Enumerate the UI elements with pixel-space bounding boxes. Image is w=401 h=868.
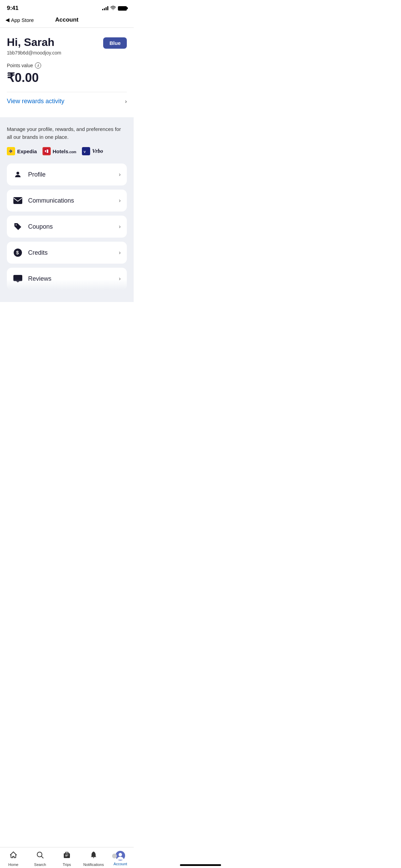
coupons-menu-item[interactable]: Coupons › bbox=[7, 216, 127, 238]
tier-badge: Blue bbox=[103, 37, 127, 49]
rewards-activity-link[interactable]: View rewards activity › bbox=[7, 92, 127, 110]
svg-text:$: $ bbox=[16, 250, 19, 255]
chevron-right-icon: › bbox=[119, 197, 121, 204]
battery-icon bbox=[118, 6, 127, 11]
svg-text:V: V bbox=[84, 150, 86, 154]
svg-point-0 bbox=[113, 9, 113, 10]
chevron-right-icon: › bbox=[119, 250, 121, 256]
communications-label: Communications bbox=[28, 197, 74, 204]
credits-menu-item[interactable]: $ Credits › bbox=[7, 242, 127, 264]
main-content: Blue Hi, Sarah 1bb79b6d@moodjoy.com Poin… bbox=[0, 28, 134, 336]
brands-row: ✈ Expedia Hotels.com bbox=[7, 147, 127, 155]
chevron-right-icon: › bbox=[119, 171, 121, 178]
status-bar: 9:41 bbox=[0, 0, 134, 14]
reviews-menu-item[interactable]: Reviews › bbox=[7, 268, 127, 290]
vrbo-brand: V Vrbo bbox=[82, 147, 103, 155]
info-icon[interactable]: i bbox=[35, 62, 41, 69]
svg-rect-4 bbox=[45, 150, 46, 152]
expedia-label: Expedia bbox=[17, 148, 37, 154]
profile-label: Profile bbox=[28, 171, 46, 178]
vrbo-logo: V bbox=[82, 147, 90, 155]
nav-bar: ◀ App Store Account bbox=[0, 14, 134, 28]
points-value: ₹0.00 bbox=[7, 71, 127, 85]
hotels-logo bbox=[42, 147, 51, 155]
brands-description: Manage your profile, rewards, and prefer… bbox=[7, 125, 127, 141]
hotels-label: Hotels.com bbox=[53, 148, 76, 154]
points-label: Points value i bbox=[7, 62, 127, 69]
fade-overlay bbox=[7, 279, 127, 290]
svg-rect-9 bbox=[14, 197, 22, 204]
svg-text:✈: ✈ bbox=[9, 149, 13, 154]
brands-section: Manage your profile, rewards, and prefer… bbox=[0, 117, 134, 302]
svg-point-8 bbox=[16, 172, 19, 174]
person-icon bbox=[13, 170, 23, 179]
vrbo-label: Vrbo bbox=[92, 148, 103, 154]
svg-point-10 bbox=[16, 225, 17, 226]
expedia-brand: ✈ Expedia bbox=[7, 147, 37, 155]
svg-rect-5 bbox=[47, 149, 48, 153]
status-icons bbox=[102, 6, 127, 11]
back-button[interactable]: ◀ App Store bbox=[5, 17, 34, 23]
dollar-icon: $ bbox=[13, 248, 23, 257]
wifi-icon bbox=[110, 6, 116, 11]
credits-label: Credits bbox=[28, 249, 48, 256]
user-section: Blue Hi, Sarah 1bb79b6d@moodjoy.com Poin… bbox=[0, 28, 134, 117]
envelope-icon bbox=[13, 196, 23, 205]
tag-icon bbox=[13, 222, 23, 231]
expedia-logo: ✈ bbox=[7, 147, 15, 155]
status-time: 9:41 bbox=[7, 5, 19, 12]
profile-menu-item[interactable]: Profile › bbox=[7, 164, 127, 185]
communications-menu-item[interactable]: Communications › bbox=[7, 190, 127, 212]
user-email: 1bb79b6d@moodjoy.com bbox=[7, 50, 127, 56]
signal-icon bbox=[102, 6, 108, 10]
coupons-label: Coupons bbox=[28, 223, 53, 230]
chevron-right-icon: › bbox=[125, 98, 127, 105]
hotels-brand: Hotels.com bbox=[42, 147, 76, 155]
chevron-right-icon: › bbox=[119, 224, 121, 230]
